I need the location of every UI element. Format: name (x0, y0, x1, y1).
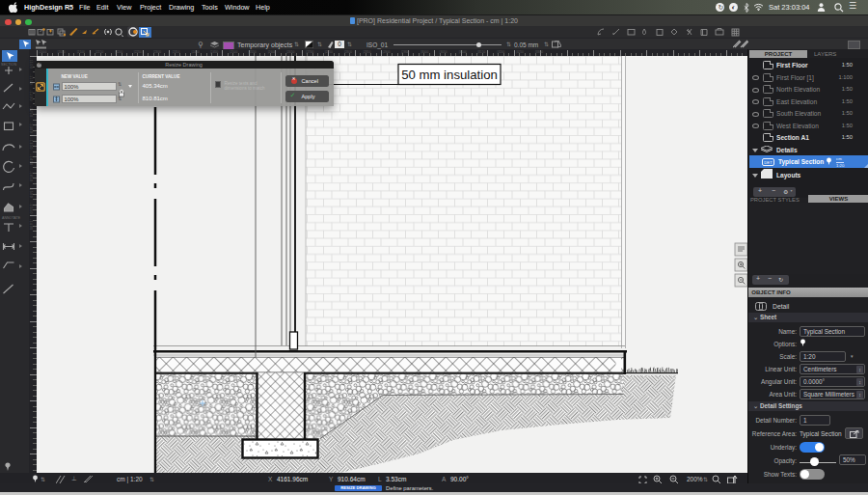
svg-text:50 mm insulation: 50 mm insulation (401, 68, 498, 82)
svg-text:DET: DET (764, 159, 773, 164)
